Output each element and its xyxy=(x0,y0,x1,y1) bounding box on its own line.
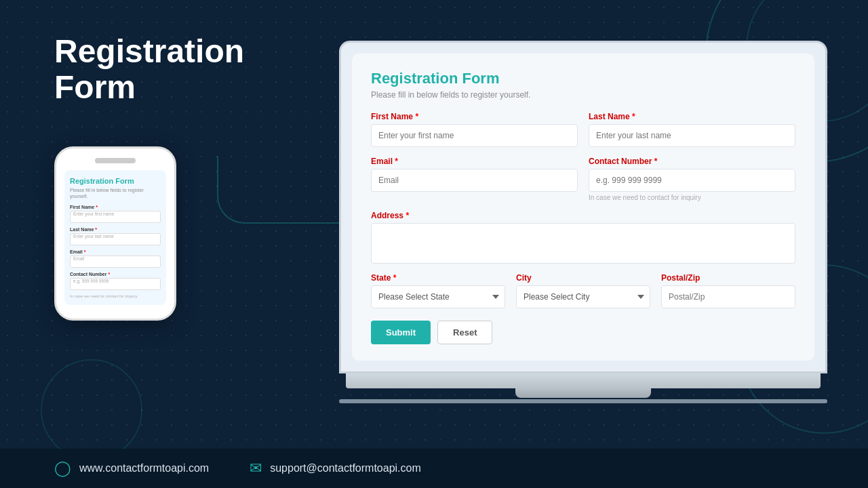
phone-last-name-input[interactable]: Enter your last name xyxy=(70,233,161,245)
phone-email-placeholder: Email xyxy=(73,256,84,261)
globe-icon: ◯ xyxy=(54,460,71,477)
form-group-city: City Please Select City xyxy=(516,273,650,308)
footer: ◯ www.contactformtoapi.com ✉ support@con… xyxy=(0,449,868,488)
email-label: Email * xyxy=(371,157,578,166)
phone-email-label: Email * xyxy=(70,249,161,254)
state-label: State * xyxy=(371,273,505,283)
phone-form-subtitle: Please fill in below fields to register … xyxy=(70,187,161,199)
last-name-input[interactable] xyxy=(589,124,795,147)
city-label: City xyxy=(516,273,650,283)
phone-last-name-placeholder: Enter your last name xyxy=(73,234,114,239)
address-label: Address * xyxy=(371,211,795,220)
form-group-postal: Postal/Zip xyxy=(661,273,795,308)
submit-button[interactable]: Submit xyxy=(371,321,431,344)
form-row-contact: Email * Contact Number * In case we need… xyxy=(371,157,795,201)
city-select[interactable]: Please Select City xyxy=(516,285,650,308)
last-name-label: Last Name * xyxy=(589,112,795,121)
laptop-form-subtitle: Please fill in below fields to register … xyxy=(371,90,795,100)
left-side: Registration Form Registration Form Plea… xyxy=(54,34,312,321)
contact-label: Contact Number * xyxy=(589,157,795,166)
email-icon: ✉ xyxy=(250,460,262,477)
email-input[interactable] xyxy=(371,169,578,192)
page-title: Registration Form xyxy=(54,34,312,106)
phone-content: Registration Form Please fill in below f… xyxy=(64,170,166,305)
laptop-screen-inner: Registration Form Please fill in below f… xyxy=(352,54,814,361)
form-group-first-name: First Name * xyxy=(371,112,578,147)
state-select[interactable]: Please Select State xyxy=(371,285,505,308)
footer-website: ◯ www.contactformtoapi.com xyxy=(54,460,209,477)
phone-contact-hint: In case we need to contact for inquiry xyxy=(70,294,161,298)
laptop-screen: Registration Form Please fill in below f… xyxy=(339,41,827,373)
right-side: Registration Form Please fill in below f… xyxy=(312,34,827,403)
form-row-address: Address * xyxy=(371,211,795,264)
phone-mockup: Registration Form Please fill in below f… xyxy=(54,146,176,321)
postal-input[interactable] xyxy=(661,285,795,308)
contact-input[interactable] xyxy=(589,169,795,192)
phone-last-name-label: Last Name * xyxy=(70,227,161,232)
form-group-last-name: Last Name * xyxy=(589,112,795,147)
form-group-contact: Contact Number * In case we need to cont… xyxy=(589,157,795,201)
phone-contact-input[interactable]: e.g. 999 999 9999 xyxy=(70,278,161,290)
phone-email-input[interactable]: Email xyxy=(70,256,161,268)
phone-contact-placeholder: e.g. 999 999 9999 xyxy=(73,279,108,283)
laptop-mockup: Registration Form Please fill in below f… xyxy=(339,41,827,403)
laptop-base xyxy=(346,373,821,388)
footer-website-text: www.contactformtoapi.com xyxy=(79,462,209,474)
phone-first-name-input[interactable]: Enter your first name xyxy=(70,211,161,223)
phone-first-name-label: First Name * xyxy=(70,205,161,209)
form-group-state: State * Please Select State xyxy=(371,273,505,308)
form-actions: Submit Reset xyxy=(371,321,795,344)
phone-notch xyxy=(95,158,136,163)
phone-first-name-placeholder: Enter your first name xyxy=(73,211,114,216)
form-group-email: Email * xyxy=(371,157,578,201)
laptop-foot xyxy=(339,399,827,403)
form-group-address: Address * xyxy=(371,211,795,264)
contact-hint: In case we need to contact for inquiry xyxy=(589,194,795,201)
laptop-form-title: Registration Form xyxy=(371,70,795,87)
laptop-stand xyxy=(515,388,651,398)
phone-contact-label: Contact Number * xyxy=(70,272,161,277)
main-content: Registration Form Registration Form Plea… xyxy=(0,0,868,488)
phone-form-title: Registration Form xyxy=(70,177,161,185)
form-row-location: State * Please Select State City xyxy=(371,273,795,308)
first-name-input[interactable] xyxy=(371,124,578,147)
form-row-name: First Name * Last Name * xyxy=(371,112,795,147)
top-section: Registration Form Registration Form Plea… xyxy=(0,0,868,449)
footer-email-text: support@contactformtoapi.com xyxy=(270,462,421,474)
first-name-label: First Name * xyxy=(371,112,578,121)
postal-label: Postal/Zip xyxy=(661,273,795,283)
reset-button[interactable]: Reset xyxy=(437,321,492,344)
address-input[interactable] xyxy=(371,223,795,264)
footer-email: ✉ support@contactformtoapi.com xyxy=(250,460,421,477)
